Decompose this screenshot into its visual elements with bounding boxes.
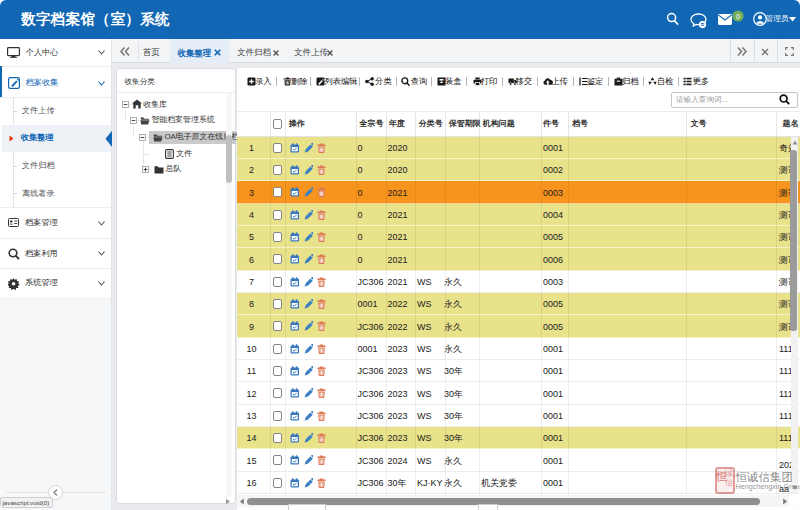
svg-text:0: 0	[735, 11, 739, 20]
